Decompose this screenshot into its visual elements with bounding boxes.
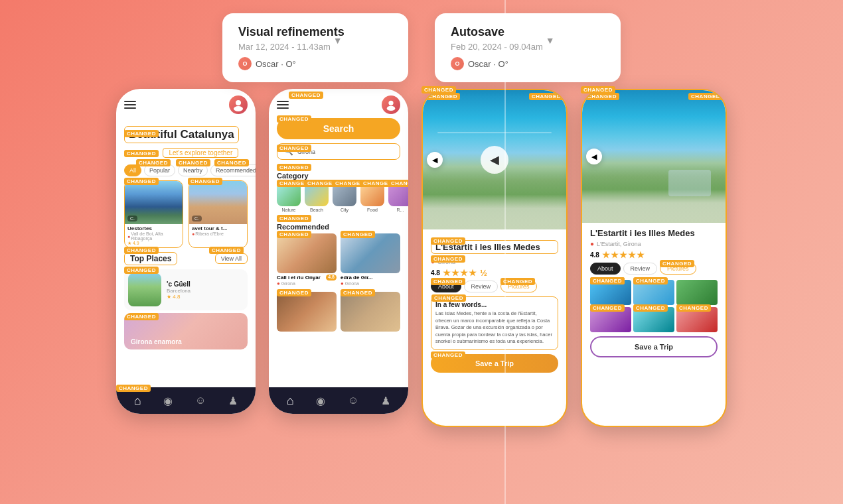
search-input-container: CHANGED 🔍 Girona [269,143,408,160]
p4-img-prev[interactable]: ◀ [586,149,602,164]
chevron-icon-2[interactable]: ▼ [546,35,555,46]
rec-card-2[interactable]: CHANGED edra de Gir... ● Girona [341,233,400,286]
changed-p4-pics: CHANGED [660,260,694,267]
changed-p3-img-r: CHANGED [529,93,564,100]
svg-point-0 [236,100,241,105]
phone2-avatar[interactable] [382,95,400,114]
phone1-inner: CHANGED Beautiful Catalunya CHANGED Let'… [116,89,256,414]
nav-map[interactable]: ◉ [163,395,173,407]
hamburger-icon[interactable] [124,101,136,109]
changed-p4-img-r: CHANGED [688,93,723,100]
p4-save-trip-button[interactable]: Save a Trip [590,336,718,357]
version-date-autosave: Feb 20, 2024 - 09.04am ▼ [451,42,605,52]
phone4-content: L'Estartit i les Illes Medes ● L'Estarti… [582,223,726,363]
photo-4-container: CHANGED [590,307,631,332]
rec2-name: edra de Gir... [341,275,400,281]
detail4-title: L'Estartit i les Illes Medes [590,228,718,238]
p4-save-btn-container: Save a Trip [590,336,718,357]
rec-card-4[interactable]: CHANGED [341,292,400,332]
photo-grid: CHANGED CHANGED CHANGED [590,280,718,332]
phone3-description: CHANGED In a few words... Las Islas Mede… [431,296,558,350]
phone2-hamburger[interactable] [277,101,289,109]
cat-food[interactable]: CHANGED Food [360,182,384,212]
p4-tab-about[interactable]: About [590,263,621,275]
phone3-rating: 4.8 ★★★★½ [431,268,558,278]
svg-point-1 [234,106,243,111]
category-items: CHANGED Nature CHANGED Be [277,182,400,212]
changed-rec4: CHANGED [341,289,375,296]
phones-container: CHANGED Beautiful Catalunya CHANGED Let'… [0,82,843,427]
place-cards-row: CHANGED C. Uestortes ● Vall de Boi, Alta… [116,180,256,248]
p2-nav-chat[interactable]: ☺ [348,395,358,407]
changed-more: CHANGED [388,180,408,187]
p4-tab-review[interactable]: Review [623,263,658,275]
phone1-wrapper: CHANGED Beautiful Catalunya CHANGED Let'… [116,89,256,414]
profile-avatar[interactable] [229,95,248,114]
svg-point-3 [387,106,396,111]
phone2-bottom-nav: ⌂ ◉ ☺ ♟ [269,387,408,414]
changed-p3-save: CHANGED [431,351,465,359]
phone1: CHANGED Beautiful Catalunya CHANGED Let'… [116,89,256,414]
cat-nature[interactable]: CHANGED Nature [277,182,301,212]
changed-recommended: CHANGED [277,215,311,222]
rec-card-3[interactable]: CHANGED [277,292,337,332]
recommended-title: Recommended [277,223,400,231]
cat-beach[interactable]: CHANGED Beach [305,182,329,212]
changed-photo6: CHANGED [676,304,711,312]
photo-2-container: CHANGED [633,280,674,305]
changed-rec1: CHANGED [277,231,311,238]
version-title-autosave: Autosave [451,25,605,39]
cat-more[interactable]: CHANGED R... [388,182,408,212]
p2-nav-profile[interactable]: ♟ [381,395,390,407]
changed-photo2: CHANGED [633,277,668,284]
changed-photo5: CHANGED [633,304,668,312]
nav-chat[interactable]: ☺ [195,395,206,407]
photo-thumb-3[interactable] [676,280,718,305]
cat-city[interactable]: CHANGED City [333,182,356,212]
changed-p3-img: CHANGED [425,93,460,100]
featured-info: 'c Güell Barcelona ★ 4.8 [167,281,191,300]
tab-review[interactable]: Review [464,281,498,292]
changed-badge-recommended: CHANGED [214,159,249,166]
changed-badge-subtitle: CHANGED [124,150,159,157]
changed-p2-header: CHANGED [289,92,323,99]
girona-banner-text: Girona enamora [131,338,182,346]
version-user-visual: O Oscar · O° [238,57,392,70]
phone4-wrapper: CHANGED CHANGED CHANGED ◀ [581,89,727,427]
version-card-visual[interactable]: Visual refinements Mar 12, 2024 - 11.43a… [222,13,408,82]
photo-grid-container: CHANGED CHANGED CHANGED [590,280,718,332]
changed-p3-loc: CHANGED [431,255,465,263]
phone4-inner: CHANGED CHANGED ◀ L'Estartit i les Illes… [582,90,726,426]
view-all-button[interactable]: View All [215,253,248,264]
top-places-title: Top Places [124,252,177,265]
rec1-name: Call i el riu Onyar 4.8 [277,275,337,281]
version-user-autosave: O Oscar · O° [451,57,605,70]
app-subtitle: Let's explore together [163,148,238,158]
rec-card-1[interactable]: CHANGED Call i el riu Onyar 4.8 ● Girona [277,233,337,286]
phone2-header: CHANGED [269,89,408,117]
phone1-bottom-nav: CHANGED ⌂ ◉ ☺ ♟ [116,387,256,414]
featured-card[interactable]: CHANGED 'c Güell Barcelona ★ 4.8 [124,269,248,310]
phone3-content: CHANGED L'Estartit i les Illes Medes CHA… [423,229,566,378]
img-prev-btn[interactable]: ◀ [427,152,443,168]
divider-line [504,0,506,504]
p2-nav-map[interactable]: ◉ [316,395,325,407]
girona-banner: CHANGED Girona enamora [124,313,248,349]
p2-nav-home[interactable]: ⌂ [287,394,294,408]
version-card-autosave[interactable]: Autosave Feb 20, 2024 - 09.04am ▼ O Osca… [435,13,621,82]
rec-cards-row-2: CHANGED CHANGED [277,292,400,332]
changed-p3-outer: CHANGED [422,86,456,94]
phone3-inner: CHANGED CHANGED ◀ ◀ [423,90,566,426]
changed-search-input: CHANGED [277,145,311,152]
nav-home[interactable]: ⌂ [134,394,141,408]
nav-profile[interactable]: ♟ [228,395,238,407]
changed-p3-title: CHANGED [431,237,465,245]
changed-card1: CHANGED [124,178,159,185]
place-card-2[interactable]: C. avet tour & t... ● Ribera d'Ebre [189,180,248,248]
place-card-1[interactable]: C. Uestortes ● Vall de Boi, Alta Ribagor… [124,180,183,248]
chevron-icon[interactable]: ▼ [333,35,343,46]
phone2: CHANGED CHANGED Search [269,89,408,414]
changed-p4-img: CHANGED [585,93,619,100]
featured-rating: ★ 4.8 [167,294,191,300]
save-btn-container: CHANGED Save a Trip [431,354,558,373]
